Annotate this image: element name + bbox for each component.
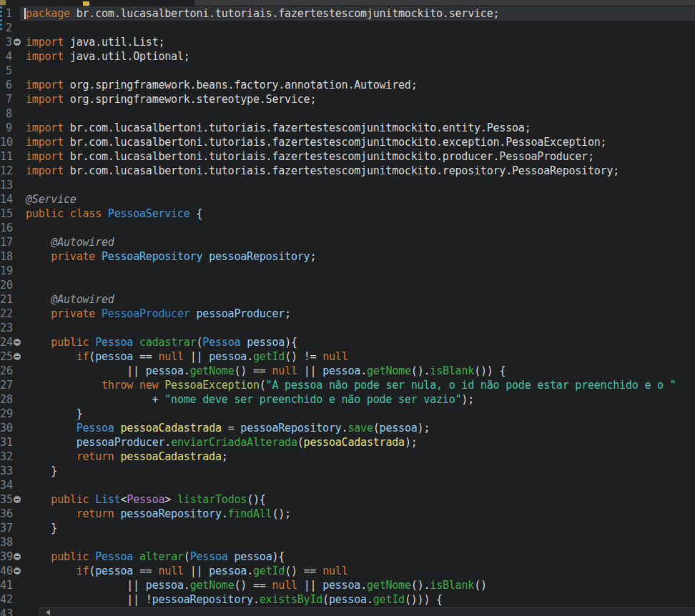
line-number[interactable]: 17 [0, 235, 12, 249]
gutter-marker-icon[interactable] [14, 39, 21, 46]
code-line[interactable]: 26 || pessoa.getNome() == null || pessoa… [0, 364, 695, 378]
code-line[interactable]: 15public class PessoaService { [0, 207, 695, 221]
line-number[interactable]: 23 [0, 321, 12, 335]
line-number[interactable]: 4 [0, 49, 12, 64]
code-line[interactable]: 20 [0, 278, 695, 292]
line-number[interactable]: 19 [0, 264, 12, 278]
line-number[interactable]: 9 [0, 121, 12, 135]
line-number[interactable]: 18 [0, 249, 12, 264]
code-line[interactable]: 19 [0, 264, 695, 278]
code-text: pessoaProducer.enviarCriadaAlterada(pess… [26, 435, 418, 449]
code-line[interactable]: 2 [0, 21, 695, 35]
code-line[interactable]: 32 return pessoaCadastrada; [0, 449, 695, 464]
line-number[interactable]: 1 [0, 6, 12, 21]
code-editor-window: 1package br.com.lucasalbertoni.tutoriais… [0, 0, 695, 616]
code-line[interactable]: 17 @Autowired [0, 235, 695, 249]
code-line[interactable]: 1package br.com.lucasalbertoni.tutoriais… [0, 6, 695, 21]
code-line[interactable]: 39 public Pessoa alterar(Pessoa pessoa){ [0, 550, 695, 564]
code-line[interactable]: 41 || pessoa.getNome() == null || pessoa… [0, 578, 695, 592]
line-number[interactable]: 16 [0, 221, 12, 235]
line-number[interactable]: 25 [0, 349, 12, 364]
line-number[interactable]: 22 [0, 307, 12, 321]
line-number[interactable]: 12 [0, 164, 12, 178]
code-line[interactable]: 18 private PessoaRepository pessoaReposi… [0, 249, 695, 264]
code-line[interactable]: 9import br.com.lucasalbertoni.tutoriais.… [0, 121, 695, 135]
code-line[interactable]: 7import org.springframework.stereotype.S… [0, 92, 695, 106]
line-number[interactable]: 40 [0, 564, 12, 578]
line-number[interactable]: 2 [0, 21, 12, 35]
code-line[interactable]: 14@Service [0, 192, 695, 207]
code-line[interactable]: 36 return pessoaRepository.findAll(); [0, 507, 695, 521]
line-number[interactable]: 13 [0, 178, 12, 192]
code-line[interactable]: 13 [0, 178, 695, 192]
code-line[interactable]: 33 } [0, 464, 695, 478]
horizontal-scrollbar[interactable] [39, 607, 695, 616]
line-number[interactable]: 26 [0, 364, 12, 378]
line-number[interactable]: 38 [0, 535, 12, 550]
code-line[interactable]: 27 throw new PessoaException("A pessoa n… [0, 378, 695, 392]
line-number[interactable]: 14 [0, 192, 12, 207]
line-number[interactable]: 27 [0, 378, 12, 392]
code-line[interactable]: 29 } [0, 407, 695, 421]
code-line[interactable]: 11import br.com.lucasalbertoni.tutoriais… [0, 149, 695, 164]
code-text: import br.com.lucasalbertoni.tutoriais.f… [26, 164, 619, 178]
line-number[interactable]: 6 [0, 78, 12, 92]
line-number[interactable]: 7 [0, 92, 12, 106]
gutter-marker-icon[interactable] [14, 496, 21, 503]
line-number[interactable]: 42 [0, 592, 12, 607]
code-line[interactable]: 10import br.com.lucasalbertoni.tutoriais… [0, 135, 695, 149]
code-line[interactable]: 30 Pessoa pessoaCadastrada = pessoaRepos… [0, 421, 695, 435]
line-number[interactable]: 35 [0, 492, 12, 507]
code-line[interactable]: 8 [0, 106, 695, 121]
code-text: || !pessoaRepository.existsById(pessoa.g… [26, 592, 443, 607]
code-text: import org.springframework.beans.factory… [26, 78, 418, 92]
code-line[interactable]: 34 [0, 478, 695, 492]
line-number[interactable]: 36 [0, 507, 12, 521]
code-line[interactable]: 25 if(pessoa == null || pessoa.getId() !… [0, 349, 695, 364]
line-number[interactable]: 3 [0, 35, 12, 49]
line-number[interactable]: 32 [0, 449, 12, 464]
line-number[interactable]: 10 [0, 135, 12, 149]
line-number[interactable]: 41 [0, 578, 12, 592]
line-number[interactable]: 20 [0, 278, 12, 292]
code-line[interactable]: 6import org.springframework.beans.factor… [0, 78, 695, 92]
code-line[interactable]: 4import java.util.Optional; [0, 49, 695, 64]
line-number[interactable]: 31 [0, 435, 12, 449]
line-number[interactable]: 37 [0, 521, 12, 535]
line-number[interactable]: 43 [0, 607, 12, 616]
editor-pane[interactable]: 1package br.com.lucasalbertoni.tutoriais… [0, 6, 695, 616]
code-line[interactable]: 31 pessoaProducer.enviarCriadaAlterada(p… [0, 435, 695, 449]
line-number[interactable]: 30 [0, 421, 12, 435]
code-line[interactable]: 21 @Autowired [0, 292, 695, 307]
line-number[interactable]: 33 [0, 464, 12, 478]
gutter-marker-icon[interactable] [14, 339, 21, 346]
code-line[interactable]: 22 private PessoaProducer pessoaProducer… [0, 307, 695, 321]
code-line[interactable]: 42 || !pessoaRepository.existsById(pesso… [0, 592, 695, 607]
active-tab[interactable] [6, 0, 194, 6]
code-line[interactable]: 37 } [0, 521, 695, 535]
code-line[interactable]: 28 + "nome deve ser preenchido e não pod… [0, 392, 695, 407]
code-line[interactable]: 5 [0, 64, 695, 78]
line-number[interactable]: 39 [0, 550, 12, 564]
line-number[interactable]: 24 [0, 335, 12, 349]
line-number[interactable]: 28 [0, 392, 12, 407]
code-line[interactable]: 35 public List<Pessoa> listarTodos(){ [0, 492, 695, 507]
gutter-marker-icon[interactable] [14, 353, 21, 360]
code-line[interactable]: 3import java.util.List; [0, 35, 695, 49]
line-number[interactable]: 5 [0, 64, 12, 78]
code-line[interactable]: 16 [0, 221, 695, 235]
line-number[interactable]: 21 [0, 292, 12, 307]
code-line[interactable]: 12import br.com.lucasalbertoni.tutoriais… [0, 164, 695, 178]
line-number[interactable]: 11 [0, 149, 12, 164]
line-number[interactable]: 29 [0, 407, 12, 421]
code-line[interactable]: 38 [0, 535, 695, 550]
gutter-marker-icon[interactable] [14, 553, 21, 560]
line-number[interactable]: 34 [0, 478, 12, 492]
gutter-marker-icon[interactable] [14, 567, 21, 575]
line-number[interactable]: 15 [0, 207, 12, 221]
line-number[interactable]: 8 [0, 106, 12, 121]
scrollbar-left-arrow-icon[interactable] [46, 610, 50, 615]
code-line[interactable]: 40 if(pessoa == null || pessoa.getId() =… [0, 564, 695, 578]
code-line[interactable]: 24 public Pessoa cadastrar(Pessoa pessoa… [0, 335, 695, 349]
code-line[interactable]: 23 [0, 321, 695, 335]
